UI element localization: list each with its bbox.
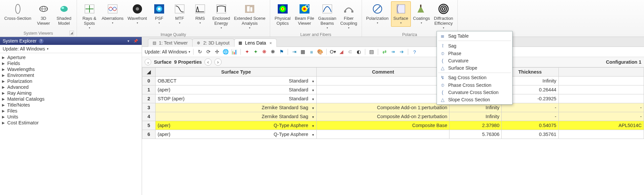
target-icon[interactable]: ✢ xyxy=(213,48,221,55)
extra-cell[interactable] xyxy=(558,85,644,94)
tree-item[interactable]: ▶Wavelengths xyxy=(1,66,140,72)
ribbon-psf-button[interactable]: PSF▾ xyxy=(149,1,169,27)
column-header[interactable]: Surface Type xyxy=(156,68,317,77)
link-icon[interactable]: ⊂ xyxy=(346,48,354,55)
comment-cell[interactable]: Composite Add-on 1:perturbation xyxy=(317,103,449,112)
table-row[interactable]: 3Zernike Standard Sag ▼Composite Add-on … xyxy=(142,103,644,112)
comment-cell[interactable] xyxy=(317,94,449,103)
panel-menu-icon[interactable]: ▾ xyxy=(126,39,130,43)
menu-item[interactable]: (Curvature xyxy=(437,57,512,64)
tree-item[interactable]: ▶Aperture xyxy=(1,54,140,60)
extra-cell[interactable] xyxy=(558,94,644,103)
ribbon-rms-button[interactable]: RMS▾ xyxy=(190,1,210,27)
comment-cell[interactable]: Composite Add-on 2:perturbation xyxy=(317,112,449,121)
surface-type-cell[interactable]: OBJECTStandard ▼ xyxy=(156,77,317,85)
help-icon[interactable]: ? xyxy=(39,39,44,44)
thickness-cell[interactable]: - xyxy=(502,112,558,121)
radius-cell[interactable]: Infinity xyxy=(449,112,502,121)
radius-cell[interactable]: 2.37980 xyxy=(449,121,502,130)
table-row[interactable]: 1(aper)Standard ▼Infinity0.26444 xyxy=(142,85,644,94)
menu-item[interactable]: ↯Sag Cross Section xyxy=(437,74,512,81)
tree-item[interactable]: ▶Title/Notes xyxy=(1,102,140,108)
ribbon-cross-section-button[interactable]: Cross-Section xyxy=(3,1,33,22)
ribbon-diffraction-button[interactable]: DiffractionEfficiency▾ xyxy=(432,1,455,32)
prev-button[interactable]: ‹ xyxy=(204,58,212,66)
doc-icon[interactable]: ▤ xyxy=(368,48,375,55)
ribbon-mtf-button[interactable]: MTF▾ xyxy=(170,1,190,27)
table-row[interactable]: 6(aper)Q-Type Asphere ▼5.763060.35761 xyxy=(142,130,644,139)
goto-icon[interactable]: ↠ xyxy=(389,48,397,55)
table-row[interactable]: 5(aper)Q-Type Asphere ▼Composite Base2.3… xyxy=(142,121,644,130)
ribbon-enclosed-button[interactable]: EnclosedEnergy▾ xyxy=(211,1,232,32)
row-header[interactable]: 4 xyxy=(142,112,156,121)
swap-icon[interactable]: ⇄ xyxy=(381,48,388,55)
toggle-icon[interactable]: ◐ xyxy=(355,48,362,55)
document-tab[interactable]: ⊕2: 3D Layout xyxy=(192,39,234,47)
eraser-icon[interactable]: ◢ xyxy=(338,48,345,55)
expand-toggle[interactable]: ⌄ xyxy=(145,59,151,65)
column-header[interactable]: Comment xyxy=(317,68,449,77)
wand-icon[interactable]: ✦ xyxy=(243,48,251,55)
comment-cell[interactable] xyxy=(317,130,449,139)
ribbon-fiber-button[interactable]: FiberCoupling▾ xyxy=(339,1,359,32)
table-row[interactable]: 2STOP (aper)Standard ▼Infinity-0.23925 xyxy=(142,94,644,103)
row-header[interactable]: 5 xyxy=(142,121,156,130)
tree-item[interactable]: ▶Advanced xyxy=(1,84,140,90)
toolbar-update-dropdown[interactable]: Update: All Windows ▼ xyxy=(145,49,191,54)
menu-item[interactable]: ⟟Sag xyxy=(437,42,512,49)
sparkle-icon[interactable]: ❋ xyxy=(261,48,268,55)
align-icon[interactable]: ⇥ xyxy=(291,48,298,55)
circle-dd-icon[interactable]: O▾ xyxy=(329,48,337,55)
surface-type-cell[interactable]: Zernike Standard Sag ▼ xyxy=(156,112,317,121)
ribbon-coatings-button[interactable]: Coatings▾ xyxy=(411,1,432,27)
row-header[interactable]: 3 xyxy=(142,103,156,112)
row-header[interactable]: 2 xyxy=(142,94,156,103)
table-row[interactable]: 0OBJECTStandard ▼InfinityInfinity xyxy=(142,77,644,85)
chart-icon[interactable]: 📊 xyxy=(231,48,238,55)
ribbon-surface-button[interactable]: Surface▾ xyxy=(391,1,411,27)
flag-icon[interactable]: ⚑ xyxy=(278,48,285,55)
ruler-icon[interactable]: ≡ xyxy=(308,48,315,55)
tree-item[interactable]: ▶Ray Aiming xyxy=(1,90,140,96)
grid-icon[interactable]: ▦ xyxy=(299,48,306,55)
tree-item[interactable]: ▶Files xyxy=(1,108,140,114)
extra-cell[interactable]: APL5014C xyxy=(558,121,644,130)
next-button[interactable]: › xyxy=(214,58,222,66)
menu-item[interactable]: ⦶Phase xyxy=(437,49,512,57)
surface-dropdown-menu[interactable]: ≣Sag Table⟟Sag⦶Phase(Curvature△Surface S… xyxy=(437,31,513,105)
row-header[interactable]: 1 xyxy=(142,85,156,94)
explorer-update-dropdown[interactable]: Update: All Windows ▼ xyxy=(0,45,142,53)
extra-cell[interactable]: - xyxy=(558,103,644,112)
document-tab[interactable]: ▦Lens Data× xyxy=(234,39,277,47)
menu-item[interactable]: (Curvature Cross Section xyxy=(437,89,512,96)
menu-item[interactable]: △Surface Slope xyxy=(437,64,512,72)
surface-type-cell[interactable]: STOP (aper)Standard ▼ xyxy=(156,94,317,103)
globe-icon[interactable]: 🌐 xyxy=(222,48,229,55)
row-header[interactable]: 0 xyxy=(142,77,156,85)
help-icon[interactable]: ? xyxy=(411,48,418,55)
next-icon[interactable]: ➔ xyxy=(398,48,405,55)
extra-cell[interactable] xyxy=(558,130,644,139)
table-corner[interactable]: ◢ xyxy=(142,68,156,77)
tree-item[interactable]: ▶Polarization xyxy=(1,78,140,84)
ribbon-ext-scene-button[interactable]: Extended SceneAnalysis▾ xyxy=(232,1,267,32)
surface-type-cell[interactable]: (aper)Q-Type Asphere ▼ xyxy=(156,121,317,130)
ribbon-3d-viewer-button[interactable]: 3DViewer xyxy=(34,1,54,27)
ribbon-phys-optics-button[interactable]: PhysicalOptics xyxy=(273,1,293,27)
column-header[interactable] xyxy=(558,68,644,77)
sparkle2-icon[interactable]: ❋ xyxy=(269,48,276,55)
tree-item[interactable]: ▶Material Catalogs xyxy=(1,96,140,102)
menu-item[interactable]: ≣Sag Table xyxy=(437,32,512,40)
lens-data-grid[interactable]: ◢Surface TypeCommentRadiusThickness0OBJE… xyxy=(142,67,644,195)
thickness-cell[interactable]: 0.35761 xyxy=(502,130,558,139)
panel-pin-icon[interactable]: 📌 xyxy=(132,39,139,43)
palette-icon[interactable]: 🎨 xyxy=(316,48,324,55)
thickness-cell[interactable]: 0.54075 xyxy=(502,121,558,130)
ribbon-gaussian-button[interactable]: GaussianBeams▾ xyxy=(316,1,338,32)
surface-type-cell[interactable]: (aper)Q-Type Asphere ▼ xyxy=(156,130,317,139)
row-header[interactable]: 6 xyxy=(142,130,156,139)
dialog-launcher-icon[interactable]: ◢ xyxy=(69,31,74,35)
comment-cell[interactable] xyxy=(317,85,449,94)
ribbon-wavefront-button[interactable]: Wavefront▾ xyxy=(126,1,149,27)
tree-item[interactable]: ▶Fields xyxy=(1,60,140,66)
